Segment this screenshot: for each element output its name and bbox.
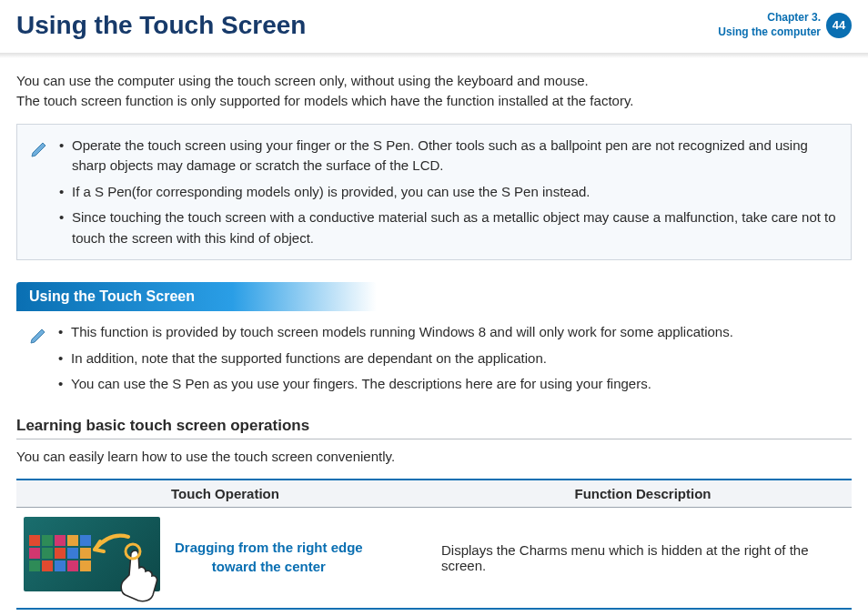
page-number-badge: 44 — [826, 13, 852, 38]
table-header-op: Touch Operation — [16, 480, 434, 508]
page-header: Using the Touch Screen Chapter 3. Using … — [16, 11, 852, 40]
function-description: Displays the Charms menu which is hidden… — [434, 507, 852, 609]
hand-icon — [106, 542, 169, 606]
note1-item: Since touching the touch screen with a c… — [59, 207, 838, 248]
page-title: Using the Touch Screen — [16, 11, 306, 40]
operations-table: Touch Operation Function Description — [16, 479, 852, 610]
chapter-box: Chapter 3. Using the computer 44 — [718, 11, 852, 39]
chapter-line2: Using the computer — [718, 25, 821, 40]
chapter-text: Chapter 3. Using the computer — [718, 11, 821, 39]
intro-line2: The touch screen function is only suppor… — [16, 91, 852, 111]
note-list-1: Operate the touch screen using your fing… — [59, 136, 838, 249]
note-icon — [29, 324, 49, 395]
chapter-line1: Chapter 3. — [718, 11, 821, 25]
operation-label: Dragging from the right edge toward the … — [175, 539, 363, 576]
learning-heading: Learning basic touch screen operations — [16, 417, 852, 439]
learning-text: You can easily learn how to use the touc… — [16, 449, 852, 464]
note-list-2: This function is provided by touch scree… — [58, 322, 733, 395]
intro-text: You can use the computer using the touch… — [16, 71, 852, 111]
section-pill: Using the Touch Screen — [16, 282, 377, 311]
note1-item: If a S Pen(for corresponding models only… — [59, 182, 838, 203]
note-box-1: Operate the touch screen using your fing… — [16, 124, 852, 261]
note2-item: In addition, note that the supported fun… — [58, 348, 733, 369]
note-box-2: This function is provided by touch scree… — [16, 317, 852, 400]
note-icon — [30, 137, 50, 249]
header-shadow — [0, 53, 868, 58]
note2-item: This function is provided by touch scree… — [58, 322, 733, 343]
intro-line1: You can use the computer using the touch… — [16, 71, 852, 91]
table-row: Dragging from the right edge toward the … — [16, 507, 852, 609]
gesture-thumbnail — [24, 517, 160, 599]
op-label-line1: Dragging from the right edge — [175, 539, 363, 557]
note1-item: Operate the touch screen using your fing… — [59, 136, 838, 177]
op-label-line2: toward the center — [175, 558, 363, 576]
note2-item: You can use the S Pen as you use your fi… — [58, 374, 733, 395]
touch-operation-cell: Dragging from the right edge toward the … — [24, 517, 427, 599]
table-header-desc: Function Description — [434, 480, 852, 508]
